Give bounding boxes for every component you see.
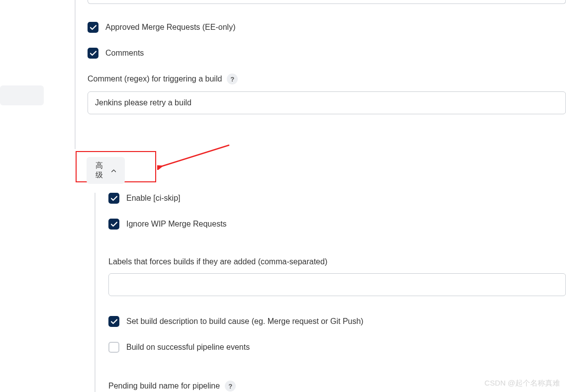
labels-force-input[interactable] bbox=[108, 273, 566, 296]
advanced-left-border bbox=[94, 193, 95, 392]
label-approved-mr: Approved Merge Requests (EE-only) bbox=[105, 23, 235, 32]
chevron-up-icon bbox=[111, 168, 116, 173]
check-icon bbox=[111, 319, 117, 324]
section-left-border bbox=[75, 0, 76, 149]
option-enable-ci-skip[interactable]: Enable [ci-skip] bbox=[108, 193, 566, 204]
label-build-on-pipeline: Build on successful pipeline events bbox=[126, 343, 250, 352]
option-ignore-wip[interactable]: Ignore WIP Merge Requests bbox=[108, 219, 566, 230]
checkbox-ignore-wip[interactable] bbox=[108, 219, 119, 230]
label-enable-ci-skip: Enable [ci-skip] bbox=[126, 194, 181, 203]
watermark: CSDN @起个名称真难 bbox=[484, 379, 560, 388]
help-icon[interactable]: ? bbox=[225, 381, 236, 392]
checkbox-build-on-pipeline[interactable] bbox=[108, 342, 119, 353]
check-icon bbox=[90, 51, 96, 56]
check-icon bbox=[111, 196, 117, 201]
checkbox-enable-ci-skip[interactable] bbox=[108, 193, 119, 204]
checkbox-approved-mr[interactable] bbox=[88, 22, 98, 33]
option-build-on-pipeline[interactable]: Build on successful pipeline events bbox=[108, 342, 566, 353]
check-icon bbox=[90, 25, 96, 30]
advanced-toggle-label: 高级 bbox=[95, 161, 105, 180]
pending-name-label: Pending build name for pipeline bbox=[108, 382, 220, 391]
comment-regex-label: Comment (regex) for triggering a build bbox=[88, 75, 222, 83]
label-ignore-wip: Ignore WIP Merge Requests bbox=[126, 220, 227, 229]
advanced-section: Enable [ci-skip] Ignore WIP Merge Reques… bbox=[94, 193, 566, 392]
label-comments: Comments bbox=[105, 49, 144, 58]
side-tab bbox=[0, 85, 44, 105]
option-approved-mr[interactable]: Approved Merge Requests (EE-only) bbox=[88, 22, 566, 33]
labels-force-label-row: Labels that forces builds if they are ad… bbox=[108, 257, 566, 266]
help-icon[interactable]: ? bbox=[227, 74, 238, 84]
option-set-desc[interactable]: Set build description to build cause (eg… bbox=[108, 316, 566, 327]
comment-regex-label-row: Comment (regex) for triggering a build ? bbox=[88, 74, 566, 84]
annotation-arrow bbox=[157, 143, 232, 170]
checkbox-set-desc[interactable] bbox=[108, 316, 119, 327]
advanced-toggle-button[interactable]: 高级 bbox=[87, 157, 125, 184]
comment-regex-input[interactable] bbox=[88, 91, 566, 114]
svg-line-0 bbox=[161, 145, 229, 166]
check-icon bbox=[111, 222, 117, 227]
main-section: Approved Merge Requests (EE-only) Commen… bbox=[88, 0, 566, 114]
prior-input-bottom[interactable] bbox=[88, 0, 566, 4]
label-set-desc: Set build description to build cause (eg… bbox=[126, 317, 364, 326]
labels-force-label: Labels that forces builds if they are ad… bbox=[108, 257, 327, 266]
checkbox-comments[interactable] bbox=[88, 48, 98, 59]
option-comments[interactable]: Comments bbox=[88, 48, 566, 59]
